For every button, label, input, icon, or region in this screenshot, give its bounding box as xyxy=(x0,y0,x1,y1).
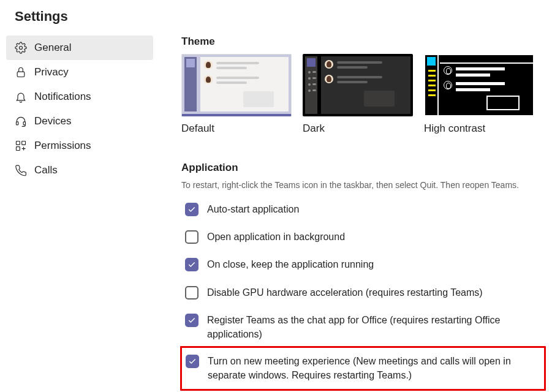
setting-auto-start[interactable]: Auto-start application xyxy=(181,200,546,219)
theme-preview-dark xyxy=(303,54,413,116)
svg-point-0 xyxy=(20,47,23,50)
sidebar-item-calls[interactable]: Calls xyxy=(6,158,153,183)
sidebar-item-privacy[interactable]: Privacy xyxy=(6,60,153,85)
checkbox[interactable] xyxy=(186,355,199,368)
sidebar-item-label: Notifications xyxy=(34,91,91,103)
sidebar-item-label: General xyxy=(34,42,71,54)
sidebar-item-permissions[interactable]: Permissions xyxy=(6,134,153,158)
application-settings-list: Auto-start application Open application … xyxy=(181,200,546,391)
setting-label: On close, keep the application running xyxy=(207,257,374,271)
theme-preview-high-contrast xyxy=(424,54,534,116)
checkbox[interactable] xyxy=(185,286,198,300)
sidebar-item-label: Devices xyxy=(34,115,71,127)
setting-register-chat[interactable]: Register Teams as the chat app for Offic… xyxy=(181,311,546,344)
highlighted-setting-box: Turn on new meeting experience (New meet… xyxy=(180,346,546,390)
settings-sidebar: General Privacy Notifications Devices Pe xyxy=(6,36,153,391)
checkbox[interactable] xyxy=(185,314,198,327)
setting-label: Turn on new meeting experience (New meet… xyxy=(208,354,534,382)
sidebar-item-label: Permissions xyxy=(34,140,91,152)
theme-label: Default xyxy=(181,123,292,135)
checkbox[interactable] xyxy=(185,230,198,244)
settings-content: Theme Default xyxy=(181,36,546,391)
setting-new-meeting[interactable]: Turn on new meeting experience (New meet… xyxy=(182,348,538,388)
sidebar-item-notifications[interactable]: Notifications xyxy=(6,85,153,109)
svg-rect-3 xyxy=(23,122,25,125)
svg-rect-1 xyxy=(17,72,25,77)
theme-option-default[interactable]: Default xyxy=(181,54,292,135)
headset-icon xyxy=(15,115,27,127)
setting-open-bg[interactable]: Open application in background xyxy=(181,227,546,246)
sidebar-item-label: Calls xyxy=(34,164,58,176)
sidebar-item-devices[interactable]: Devices xyxy=(6,109,153,134)
svg-rect-5 xyxy=(22,141,26,145)
checkbox[interactable] xyxy=(185,258,198,271)
theme-heading: Theme xyxy=(181,36,546,48)
theme-option-high-contrast[interactable]: High contrast xyxy=(424,54,534,135)
theme-label: Dark xyxy=(303,123,413,135)
theme-options: Default xyxy=(181,54,546,135)
setting-disable-gpu[interactable]: Disable GPU hardware acceleration (requi… xyxy=(181,283,546,302)
theme-label: High contrast xyxy=(424,123,534,135)
svg-rect-2 xyxy=(17,122,18,125)
sidebar-item-general[interactable]: General xyxy=(6,36,153,60)
gear-icon xyxy=(15,42,27,54)
setting-keep-running[interactable]: On close, keep the application running xyxy=(181,255,546,274)
setting-label: Register Teams as the chat app for Offic… xyxy=(207,313,542,341)
setting-label: Open application in background xyxy=(207,230,345,244)
svg-rect-4 xyxy=(17,141,20,145)
page-title: Settings xyxy=(6,9,546,36)
application-subtext: To restart, right-click the Teams icon i… xyxy=(181,180,546,190)
bell-icon xyxy=(15,91,27,103)
apps-icon xyxy=(15,140,27,152)
setting-label: Disable GPU hardware acceleration (requi… xyxy=(207,285,483,300)
setting-label: Auto-start application xyxy=(207,202,299,216)
svg-rect-6 xyxy=(17,147,20,151)
checkbox[interactable] xyxy=(185,203,198,216)
theme-preview-default xyxy=(181,54,292,116)
application-heading: Application xyxy=(181,162,546,174)
theme-option-dark[interactable]: Dark xyxy=(303,54,413,135)
phone-icon xyxy=(15,164,27,176)
lock-icon xyxy=(15,66,27,78)
sidebar-item-label: Privacy xyxy=(34,66,69,78)
